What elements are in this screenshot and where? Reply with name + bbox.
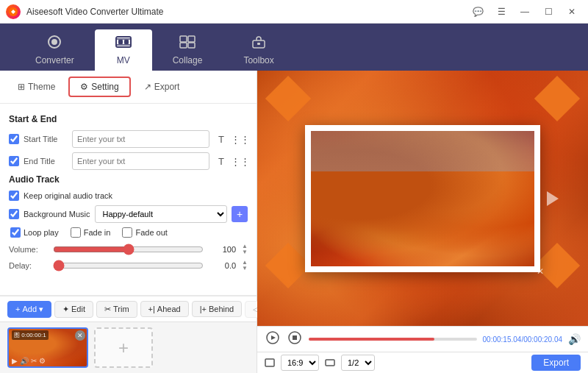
fade-in-label: Fade in xyxy=(84,228,111,237)
arrow-hint xyxy=(547,191,559,206)
quality-icon xyxy=(325,358,335,368)
timeline-add-button[interactable]: + xyxy=(94,327,153,368)
add-timeline-icon: + xyxy=(118,338,129,358)
delay-slider[interactable] xyxy=(53,260,204,271)
titlebar: Aiseesoft Video Converter Ultimate 💬 ☰ —… xyxy=(0,0,588,24)
ahead-icon: +| xyxy=(148,305,155,313)
end-title-input[interactable] xyxy=(72,152,209,170)
edit-label: Edit xyxy=(71,305,85,313)
behind-button[interactable]: |+ Behind xyxy=(192,301,243,317)
start-title-input[interactable] xyxy=(72,130,209,148)
player-controls: 00:00:15.04/00:00:20.04 🔊 xyxy=(257,326,588,352)
behind-icon: |+ xyxy=(200,305,207,313)
timeline-item-label: 图 0:00:00:1 xyxy=(12,330,49,340)
svg-rect-11 xyxy=(257,43,260,45)
quality-select[interactable]: 1/2 1/1 1/4 xyxy=(341,355,375,371)
progress-fill xyxy=(309,338,434,341)
options-row: Loop play Fade in Fade out xyxy=(9,227,248,238)
timeline-item[interactable]: 图 0:00:00:1 ✕ ▶ 🔊 ✂ ⚙ xyxy=(7,327,88,368)
tab-toolbox[interactable]: Toolbox xyxy=(223,29,294,71)
svg-point-2 xyxy=(51,39,57,45)
delay-spinner: ▲ ▼ xyxy=(242,260,248,271)
play-small-icon: ▶ xyxy=(12,357,18,365)
volume-icon[interactable]: 🔊 xyxy=(568,333,581,345)
subtab-export-label: Export xyxy=(154,82,180,92)
add-label: Add xyxy=(22,305,37,313)
svg-rect-4 xyxy=(118,40,123,44)
loop-play-option: Loop play xyxy=(10,227,59,238)
delay-value: 0.0 xyxy=(209,261,236,270)
trim-button[interactable]: ✂ Trim xyxy=(96,301,137,318)
behind-label: Behind xyxy=(209,305,234,313)
export-button[interactable]: Export xyxy=(531,355,581,371)
tab-collage[interactable]: Collage xyxy=(152,29,223,71)
volume-label: Volume: xyxy=(9,245,47,254)
stop-button[interactable] xyxy=(287,330,303,349)
volume-spinner: ▲ ▼ xyxy=(242,244,248,255)
end-title-row: End Title T ⋮⋮ xyxy=(9,152,248,170)
close-button[interactable]: ✕ xyxy=(562,4,582,20)
frame-close-icon[interactable]: ✕ xyxy=(537,266,544,277)
keep-original-checkbox[interactable] xyxy=(9,191,19,201)
background-music-select[interactable]: Happy-default Romantic Energetic xyxy=(95,205,228,223)
edit-button[interactable]: ✦ Edit xyxy=(54,301,93,318)
start-title-checkbox[interactable] xyxy=(9,134,19,144)
add-dropdown-icon: ▾ xyxy=(39,305,43,314)
timeline-item-close[interactable]: ✕ xyxy=(75,330,85,341)
grid-icon[interactable]: ⋮⋮ xyxy=(233,132,248,146)
volume-slider[interactable] xyxy=(53,244,204,255)
play-button[interactable] xyxy=(265,330,281,349)
svg-rect-15 xyxy=(293,335,297,340)
tab-converter-label: Converter xyxy=(35,55,74,65)
chat-button[interactable]: 💬 xyxy=(467,4,488,20)
tab-toolbox-label: Toolbox xyxy=(243,55,273,65)
setting-icon: ⚙ xyxy=(80,82,88,92)
add-button[interactable]: + Add ▾ xyxy=(7,301,51,318)
end-title-checkbox[interactable] xyxy=(9,156,19,166)
preview-area: ✕ xyxy=(257,71,588,326)
background-music-checkbox[interactable] xyxy=(9,209,19,219)
loop-play-label: Loop play xyxy=(24,228,59,237)
ahead-label: Ahead xyxy=(157,305,181,313)
minimize-button[interactable]: — xyxy=(514,4,535,20)
volume-value: 100 xyxy=(209,245,236,254)
photo-inner xyxy=(311,131,534,266)
volume-row: Volume: 100 ▲ ▼ xyxy=(9,244,248,255)
fade-out-checkbox[interactable] xyxy=(122,227,132,238)
tab-mv-label: MV xyxy=(117,55,130,65)
photo-frame xyxy=(305,125,540,272)
left-panel: ⊞ Theme ⚙ Setting ↗ Export Start & End S… xyxy=(0,71,257,373)
app-logo xyxy=(6,4,21,19)
subtab-setting[interactable]: ⚙ Setting xyxy=(68,77,130,97)
main-content: ⊞ Theme ⚙ Setting ↗ Export Start & End S… xyxy=(0,71,588,373)
svg-marker-13 xyxy=(271,335,276,340)
text-format-icon[interactable]: T xyxy=(214,132,229,146)
text-format-icon2[interactable]: T xyxy=(214,154,229,168)
tab-mv[interactable]: MV xyxy=(95,29,152,71)
time-current: 00:00:15.04 xyxy=(483,335,522,344)
trim-label: Trim xyxy=(113,305,129,313)
ahead-button[interactable]: +| Ahead xyxy=(140,301,189,317)
edit-icon: ✦ xyxy=(62,305,69,314)
maximize-button[interactable]: ☐ xyxy=(538,4,559,20)
delay-down[interactable]: ▼ xyxy=(242,266,248,271)
aspect-ratio-icon xyxy=(265,358,275,368)
fade-in-checkbox[interactable] xyxy=(71,227,81,238)
progress-bar[interactable] xyxy=(309,338,477,341)
theme-icon: ⊞ xyxy=(18,82,25,92)
fade-out-option: Fade out xyxy=(122,227,167,238)
loop-play-checkbox[interactable] xyxy=(10,227,21,238)
volume-down[interactable]: ▼ xyxy=(242,249,248,255)
subtab-export[interactable]: ↗ Export xyxy=(134,78,190,96)
export-icon: ↗ xyxy=(144,82,151,92)
aspect-ratio-select[interactable]: 16:9 4:3 1:1 xyxy=(281,355,319,371)
keep-original-row: Keep original audio track xyxy=(9,191,248,201)
add-music-button[interactable]: + xyxy=(232,206,248,222)
keep-original-label: Keep original audio track xyxy=(24,191,112,200)
tab-bar: Converter MV Collage xyxy=(0,24,588,71)
grid-icon2[interactable]: ⋮⋮ xyxy=(233,154,248,168)
tab-converter[interactable]: Converter xyxy=(15,29,95,71)
menu-button[interactable]: ☰ xyxy=(491,4,512,20)
time-display: 00:00:15.04/00:00:20.04 xyxy=(483,335,562,344)
subtab-theme[interactable]: ⊞ Theme xyxy=(7,78,65,96)
